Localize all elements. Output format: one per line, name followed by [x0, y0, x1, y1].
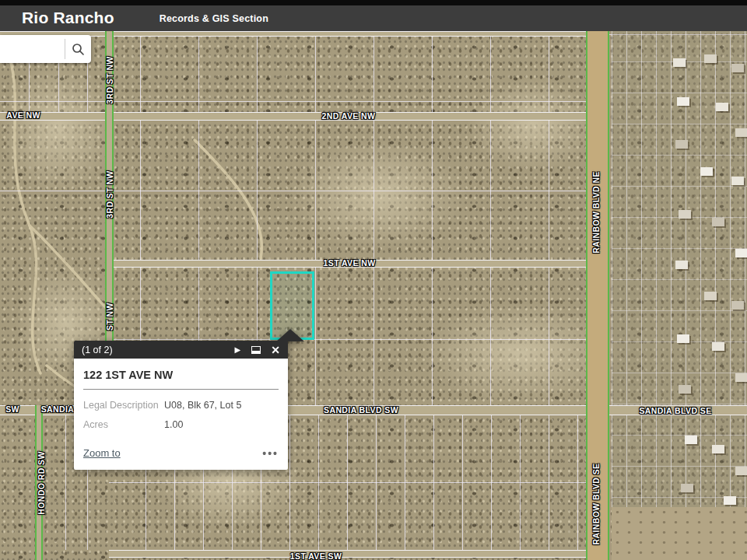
parcel-line: [432, 34, 433, 405]
house: [712, 445, 724, 453]
house: [675, 140, 688, 149]
parcel-line: [376, 415, 377, 550]
house: [700, 167, 713, 176]
parcel-line: [347, 415, 348, 550]
street-label: 2ND AVE NW: [322, 111, 376, 121]
house: [704, 54, 717, 63]
open-lot-area: [612, 507, 747, 560]
popup-body: 122 1ST AVE NW Legal Description U08, Bl…: [74, 359, 288, 470]
street-label: SANDIA BLVD SE: [639, 406, 711, 415]
search-box: [0, 35, 91, 63]
street-label: AVE NW: [6, 110, 40, 120]
field-label: Legal Description: [83, 400, 164, 411]
parcel-line: [315, 34, 316, 405]
popup-callout-arrow: [276, 329, 304, 341]
road: [0, 112, 590, 121]
road: [109, 550, 590, 558]
street-label: 1ST AVE NW: [323, 258, 375, 268]
parcel-line: [0, 101, 586, 102]
close-icon[interactable]: ✕: [271, 344, 280, 356]
map-canvas[interactable]: AVE NW2ND AVE NW3RD ST NW3RD ST NWST NW1…: [0, 31, 747, 560]
top-black-strip: [0, 0, 747, 5]
street-label: SANDIA: [41, 404, 75, 414]
parcel-line: [520, 415, 521, 550]
house: [677, 97, 689, 106]
house: [704, 292, 717, 300]
street-label: ST NW: [105, 303, 114, 331]
house: [731, 301, 744, 310]
parcel-line: [549, 415, 549, 550]
more-options-icon[interactable]: •••: [262, 451, 279, 456]
house: [716, 103, 728, 111]
street-label: 3RD ST NW: [105, 170, 114, 218]
house: [735, 373, 747, 382]
house: [724, 496, 736, 505]
house: [679, 210, 691, 219]
parcel-line: [577, 415, 578, 550]
street-label: SW: [5, 404, 19, 414]
popup-title: 122 1ST AVE NW: [83, 369, 279, 381]
parcel-line: [433, 415, 434, 550]
popup-pagination: (1 of 2): [82, 345, 235, 355]
parcel-line: [491, 415, 492, 550]
popup-header: (1 of 2) ▶ ✕: [74, 341, 288, 359]
house: [681, 484, 693, 492]
street-label: SANDIA BLVD SW: [324, 405, 398, 415]
field-label: Acres: [83, 419, 164, 430]
house: [679, 385, 691, 394]
house: [712, 218, 724, 226]
house: [735, 467, 747, 475]
house: [731, 64, 744, 72]
zoom-to-link[interactable]: Zoom to: [83, 447, 121, 459]
parcel-line: [374, 34, 374, 405]
search-input[interactable]: [0, 35, 65, 63]
house: [685, 436, 697, 444]
street-label: 1ST AVE SW: [290, 551, 342, 560]
popup-divider: [83, 389, 279, 390]
house: [731, 177, 744, 185]
search-icon: [72, 43, 85, 56]
parcel-line: [462, 415, 463, 550]
house: [675, 261, 688, 269]
house: [735, 249, 747, 257]
parcel-line: [549, 34, 549, 405]
app-window: AVE NW2ND AVE NW3RD ST NW3RD ST NWST NW1…: [0, 0, 747, 560]
app-title: Rio Rancho: [22, 9, 114, 27]
popup-footer: Zoom to •••: [83, 447, 279, 459]
parcel-line: [318, 415, 319, 550]
street-label: HONDO RD SW: [37, 451, 46, 514]
field-row-legal-description: Legal Description U08, Blk 67, Lot 5: [83, 400, 279, 411]
sand-patch: [467, 78, 599, 171]
parcel-line: [65, 415, 66, 550]
top-bar: Rio Rancho Records & GIS Section: [0, 0, 747, 31]
feature-popup: (1 of 2) ▶ ✕ 122 1ST AVE NW Legal Descri…: [74, 341, 288, 470]
field-value: 1.00: [164, 419, 183, 430]
house: [712, 342, 724, 351]
parcel-line: [0, 191, 586, 191]
parcel-line: [289, 415, 290, 550]
field-row-acres: Acres 1.00: [83, 419, 279, 430]
parcel-line: [490, 34, 491, 405]
parcel-line: [405, 415, 405, 550]
house: [673, 58, 686, 67]
house: [735, 128, 747, 137]
section-title: Records & GIS Section: [160, 13, 268, 24]
search-button[interactable]: [65, 35, 91, 63]
street-label: RAINBOW BLVD NE: [591, 171, 601, 254]
house: [677, 334, 689, 343]
dock-icon[interactable]: [251, 346, 261, 354]
field-value: U08, Blk 67, Lot 5: [164, 400, 241, 411]
next-feature-icon[interactable]: ▶: [235, 345, 241, 354]
parcel-line: [109, 339, 586, 340]
street-label: RAINBOW BLVD SE: [591, 464, 601, 545]
street-label: 3RD ST NW: [105, 56, 114, 103]
